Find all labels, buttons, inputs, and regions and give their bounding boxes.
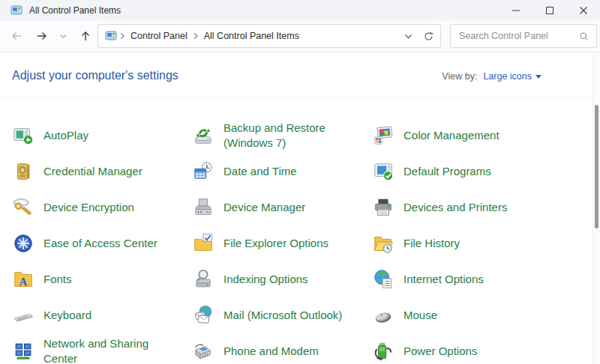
control-panel-window: All Control Panel Items [0,0,600,364]
control-panel-item-label: Indexing Options [224,272,308,287]
control-panel-items-grid: AutoPlayBackup and Restore (Windows 7)Co… [12,118,582,364]
search-icon [579,31,589,41]
view-by-label: View by: [442,71,477,82]
file-history-icon [372,232,394,255]
control-panel-item[interactable]: AFonts [12,261,192,297]
control-panel-item[interactable]: Power Options [372,333,552,364]
chevron-down-icon [59,32,68,40]
control-panel-item-label: Fonts [44,272,72,287]
device-manager-icon [192,196,214,219]
backup-and-restore-icon [192,124,214,147]
file-explorer-options-icon [192,232,214,255]
credential-manager-icon [12,160,34,183]
control-panel-item[interactable]: Devices and Printers [372,189,552,225]
control-panel-item-label: Ease of Access Center [44,236,158,251]
control-panel-item-label: Devices and Printers [404,200,507,215]
ease-of-access-icon [12,232,34,255]
back-button[interactable] [6,25,27,47]
default-programs-icon [372,160,394,183]
control-panel-item-label: Color Management [404,128,500,143]
control-panel-item[interactable]: Mouse [372,297,552,333]
minimize-button[interactable] [499,0,532,21]
autoplay-icon [12,124,34,147]
control-panel-item-label: File History [404,236,460,251]
breadcrumb-all-control-panel-items[interactable]: All Control Panel Items [204,31,299,41]
control-panel-item[interactable]: Color Management [372,118,552,154]
control-panel-item-label: Default Programs [404,164,491,179]
close-icon [580,7,587,14]
control-panel-item[interactable]: Device Manager [192,189,372,225]
control-panel-item-label: Network and Sharing Center [44,336,182,364]
phone-and-modem-icon [192,340,214,363]
control-panel-icon [105,30,117,42]
control-panel-item-label: Credential Manager [44,164,142,179]
control-panel-icon [10,4,22,16]
control-panel-item-label: Power Options [404,344,477,359]
control-panel-item-label: Mouse [404,308,437,323]
view-by-value: Large icons [483,71,532,82]
page-title: Adjust your computer's settings [12,69,178,82]
breadcrumb-chevron-icon [118,32,126,40]
control-panel-item-label: Backup and Restore (Windows 7) [224,121,362,151]
control-panel-item[interactable]: Mail (Microsoft Outlook) [192,297,372,333]
control-panel-item[interactable]: Backup and Restore (Windows 7) [192,118,372,154]
address-bar[interactable]: Control Panel All Control Panel Items [98,24,441,48]
control-panel-item-label: Mail (Microsoft Outlook) [224,308,342,323]
vertical-scrollbar[interactable] [592,53,600,364]
view-by-dropdown[interactable]: Large icons [483,71,542,82]
address-dropdown-icon[interactable] [404,31,413,41]
power-options-icon [372,340,394,363]
up-arrow-icon [80,30,92,42]
indexing-options-icon [192,268,214,291]
minimize-icon [512,7,520,14]
control-panel-item[interactable]: File Explorer Options [192,225,372,261]
refresh-icon[interactable] [424,31,434,41]
back-arrow-icon [10,30,22,42]
control-panel-item-label: AutoPlay [44,128,88,143]
caption-buttons [499,0,600,21]
control-panel-item-label: Phone and Modem [224,344,319,359]
view-by: View by: Large icons [442,71,542,82]
header-band: Adjust your computer's settings View by:… [0,52,592,98]
control-panel-item-label: Internet Options [404,272,484,287]
control-panel-item-label: Device Manager [224,200,305,215]
color-management-icon [372,124,394,147]
mail-icon [192,304,214,327]
control-panel-item[interactable]: Ease of Access Center [12,225,192,261]
svg-text:A: A [20,276,28,288]
control-panel-item-label: Date and Time [224,164,297,179]
maximize-button[interactable] [532,0,566,21]
maximize-icon [546,7,554,14]
internet-options-icon [372,268,394,291]
device-encryption-icon [12,196,34,219]
keyboard-icon [12,304,34,327]
recent-locations-button[interactable] [54,25,72,47]
control-panel-item[interactable]: Keyboard [12,297,192,333]
breadcrumb-control-panel[interactable]: Control Panel [130,31,188,41]
search-input[interactable] [451,25,596,47]
control-panel-item[interactable]: Indexing Options [192,261,372,297]
devices-and-printers-icon [372,196,394,219]
control-panel-item-label: File Explorer Options [224,236,328,251]
navigation-toolbar: Control Panel All Control Panel Items [0,21,600,52]
control-panel-item[interactable]: Default Programs [372,154,552,189]
up-button[interactable] [75,25,96,47]
control-panel-item-label: Device Encryption [44,200,134,215]
scrollbar-thumb[interactable] [595,105,598,228]
search-box [450,24,597,48]
control-panel-item-label: Keyboard [44,308,92,323]
control-panel-item[interactable]: Device Encryption [12,189,192,225]
forward-button[interactable] [32,25,52,47]
fonts-icon: A [12,268,34,291]
control-panel-item[interactable]: Credential Manager [12,154,192,189]
close-button[interactable] [566,0,600,21]
control-panel-item[interactable]: File History [372,225,552,261]
forward-arrow-icon [36,30,48,42]
control-panel-item[interactable]: Phone and Modem [192,333,372,364]
control-panel-item[interactable]: Internet Options [372,261,552,297]
control-panel-item[interactable]: Network and Sharing Center [12,333,192,364]
control-panel-item[interactable]: Date and Time [192,154,372,189]
date-and-time-icon [192,160,214,183]
window-title: All Control Panel Items [29,5,121,16]
control-panel-item[interactable]: AutoPlay [12,118,192,154]
